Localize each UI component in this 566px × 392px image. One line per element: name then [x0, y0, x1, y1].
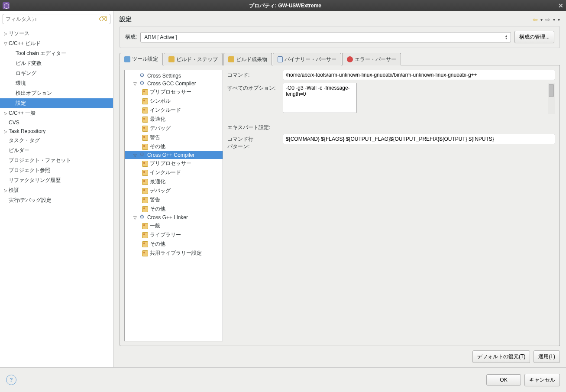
all-options-label: すべてのオプション:: [227, 83, 279, 92]
manage-config-button[interactable]: 構成の管理...: [514, 31, 554, 43]
tool-tree-item[interactable]: ライブラリー: [125, 230, 223, 240]
sidebar-item-label: C/C++ ビルド: [9, 40, 41, 47]
forward-menu-icon[interactable]: ▾: [553, 17, 555, 22]
tree-arrow-icon[interactable]: ▽: [133, 215, 138, 220]
tab-label: ツール設定: [132, 55, 158, 63]
tool-tree-item[interactable]: 一般: [125, 221, 223, 230]
tree-arrow-icon[interactable]: ▷: [3, 31, 9, 36]
apply-button[interactable]: 適用(L): [534, 350, 560, 363]
tab[interactable]: ツール設定: [120, 53, 163, 65]
close-icon[interactable]: ✕: [558, 2, 563, 9]
tool-tree-item-label: プリプロセッサー: [150, 160, 191, 167]
tool-tree-item[interactable]: プリプロセッサー: [125, 159, 223, 168]
sidebar-item-label: 実行/デバッグ設定: [9, 197, 52, 204]
sidebar-item-label: 検出オプション: [16, 90, 52, 97]
sidebar-item[interactable]: ▷ロギング: [0, 68, 113, 78]
sidebar-item[interactable]: ▷Task Repository: [0, 127, 113, 136]
tool-tree-item[interactable]: 最適化: [125, 115, 223, 124]
sidebar-item[interactable]: ▷検証: [0, 185, 113, 195]
tree-arrow-icon[interactable]: ▽: [133, 153, 138, 158]
tab-icon: [228, 56, 234, 62]
tool-tree-item[interactable]: デバッグ: [125, 186, 223, 195]
tool-tree-item[interactable]: インクルード: [125, 168, 223, 177]
sidebar-item-label: CVS: [9, 120, 19, 126]
sidebar-item[interactable]: ▷プロジェクト・ファセット: [0, 156, 113, 165]
tool-tree-item-label: デバッグ: [150, 187, 171, 194]
tool-tree-item[interactable]: その他: [125, 204, 223, 214]
tree-arrow-icon[interactable]: ▷: [3, 188, 9, 193]
tool-tree-item[interactable]: インクルード: [125, 106, 223, 115]
tab-label: バイナリー・パーサー: [285, 56, 336, 63]
sidebar-item[interactable]: ▷実行/デバッグ設定: [0, 195, 113, 205]
tab-icon: [278, 56, 283, 62]
clear-filter-icon[interactable]: ⌫: [99, 16, 107, 23]
back-icon[interactable]: ⇦: [533, 16, 538, 23]
sidebar-item[interactable]: ▷CVS: [0, 118, 113, 127]
tool-tree-item[interactable]: プリプロセッサー: [125, 87, 223, 97]
tree-arrow-icon[interactable]: ▷: [3, 111, 9, 116]
tab[interactable]: ビルド成果物: [223, 53, 272, 65]
config-select[interactable]: ARM [ Active ] ▴▾: [140, 32, 511, 42]
sidebar-item[interactable]: ▷プロジェクト参照: [0, 165, 113, 175]
pattern-label: コマンド行 パターン:: [227, 134, 279, 150]
tool-tree-item[interactable]: Cross Settings: [125, 72, 223, 80]
tool-tree-item[interactable]: ▽Cross G++ Compiler: [125, 151, 223, 159]
tool-tree-item[interactable]: ▽Cross GCC Compiler: [125, 80, 223, 87]
tool-tree-item-label: その他: [150, 143, 165, 150]
sidebar-item[interactable]: ▷設定: [0, 98, 113, 108]
tool-tree-item[interactable]: デバッグ: [125, 124, 223, 133]
all-options-textarea[interactable]: -O0 -g3 -Wall -c -fmessage-length=0: [283, 83, 357, 113]
tree-arrow-icon[interactable]: ▷: [3, 129, 9, 134]
file-icon: [142, 107, 148, 113]
sidebar-tree: ▷リソース▽C/C++ ビルド▷Tool chain エディター▷ビルド変数▷ロ…: [0, 27, 113, 367]
scrollbar-thumb[interactable]: [549, 84, 554, 97]
file-icon: [142, 250, 148, 256]
pattern-input[interactable]: [283, 134, 555, 144]
file-icon: [142, 179, 148, 185]
sidebar-item-label: 設定: [16, 100, 26, 107]
restore-defaults-button[interactable]: デフォルトの復元(T): [472, 350, 530, 363]
scrollbar[interactable]: [548, 83, 555, 114]
tree-arrow-icon[interactable]: ▽: [3, 41, 9, 46]
tool-tree-item-label: 最適化: [150, 116, 165, 123]
back-menu-icon[interactable]: ▾: [540, 17, 543, 22]
tool-tree-item[interactable]: その他: [125, 142, 223, 151]
sidebar-item-label: C/C++ 一般: [9, 110, 36, 117]
tab[interactable]: ビルド・ステップ: [164, 53, 223, 65]
sidebar-item[interactable]: ▷ビルド変数: [0, 58, 113, 68]
tab[interactable]: エラー・パーサー: [342, 53, 401, 65]
tab[interactable]: バイナリー・パーサー: [273, 53, 341, 65]
tab-label: エラー・パーサー: [355, 56, 396, 63]
command-input[interactable]: [283, 70, 555, 80]
sidebar-item[interactable]: ▷リファクタリング履歴: [0, 175, 113, 185]
tree-arrow-icon[interactable]: ▽: [133, 81, 138, 86]
sidebar-item[interactable]: ▷Tool chain エディター: [0, 49, 113, 58]
filter-input[interactable]: [6, 16, 99, 22]
tool-tree-item[interactable]: その他: [125, 240, 223, 249]
sidebar-item[interactable]: ▽C/C++ ビルド: [0, 39, 113, 49]
ok-button[interactable]: OK: [486, 374, 521, 386]
sidebar-item-label: Tool chain エディター: [16, 50, 66, 57]
tool-tree-item[interactable]: 共用ライブラリー設定: [125, 249, 223, 258]
sidebar-item[interactable]: ▷C/C++ 一般: [0, 108, 113, 118]
tool-tree-item[interactable]: 警告: [125, 133, 223, 142]
tool-tree: Cross Settings▽Cross GCC Compilerプリプロセッサ…: [124, 70, 223, 341]
sidebar-item[interactable]: ▷ビルダー: [0, 146, 113, 156]
sidebar-item[interactable]: ▷検出オプション: [0, 88, 113, 98]
sidebar-item[interactable]: ▷リソース: [0, 29, 113, 39]
spinner-icon[interactable]: ▴▾: [505, 35, 507, 40]
view-menu-icon[interactable]: ▾: [558, 17, 560, 22]
sidebar-item[interactable]: ▷環境: [0, 78, 113, 88]
forward-icon[interactable]: ⇨: [545, 16, 550, 23]
gear-icon: [139, 81, 146, 87]
config-label: 構成:: [125, 33, 137, 41]
tool-tree-item[interactable]: 警告: [125, 195, 223, 204]
help-icon[interactable]: ?: [6, 375, 16, 385]
cancel-button[interactable]: キャンセル: [524, 374, 560, 386]
tool-tree-item[interactable]: シンボル: [125, 97, 223, 106]
file-icon: [142, 241, 148, 247]
sidebar-item[interactable]: ▷タスク・タグ: [0, 136, 113, 146]
file-icon: [142, 161, 148, 167]
tool-tree-item[interactable]: ▽Cross G++ Linker: [125, 214, 223, 221]
tool-tree-item[interactable]: 最適化: [125, 177, 223, 186]
